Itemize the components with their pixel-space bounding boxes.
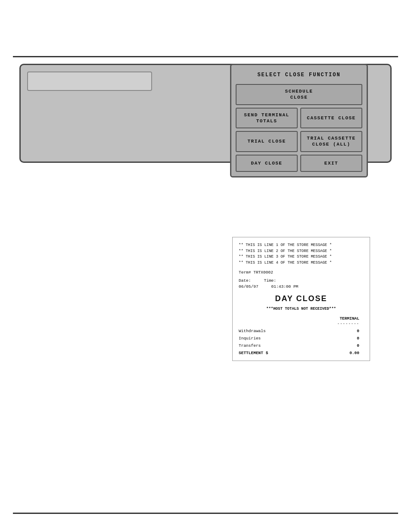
date-time-label-row: Date: Time: xyxy=(239,278,364,283)
term-value: TRTX0002 xyxy=(253,270,273,275)
store-msg-2: ** THIS IS LINE 2 OF THE STORE MESSAGE * xyxy=(239,249,364,255)
transfers-row: Transfers 0 xyxy=(239,343,364,348)
send-terminal-totals-button[interactable]: SEND TERMINALTOTALS xyxy=(236,108,298,129)
store-msg-3: ** THIS IS LINE 3 OF THE STORE MESSAGE * xyxy=(239,254,364,260)
transfers-label: Transfers xyxy=(239,343,261,348)
store-msg-1: ** THIS IS LINE 1 OF THE STORE MESSAGE * xyxy=(239,243,364,249)
term-label: Term# xyxy=(239,270,251,275)
inquiries-label: Inquiries xyxy=(239,336,261,341)
time-label: Time: xyxy=(264,278,277,283)
exit-button[interactable]: EXIT xyxy=(300,155,362,172)
host-msg: ***HOST TOTALS NOT RECEIVED*** xyxy=(239,307,364,311)
schedule-close-row: SCHEDULECLOSE xyxy=(236,84,362,105)
date-time-value-row: 06/05/97 01:43:00 PM xyxy=(239,284,364,289)
bottom-rule xyxy=(13,513,398,514)
date-value: 06/05/97 xyxy=(239,284,258,289)
trial-cassette-close-button[interactable]: TRIAL CASSETTECLOSE (ALL) xyxy=(300,131,362,152)
transfers-value: 0 xyxy=(357,343,359,348)
cassette-close-button[interactable]: CASSETTE CLOSE xyxy=(300,108,362,129)
receipt-title: DAY CLOSE xyxy=(239,294,364,303)
withdrawals-row: Withdrawals 0 xyxy=(239,329,364,333)
withdrawals-value: 0 xyxy=(357,329,359,333)
store-msg-4: ** THIS IS LINE 4 OF THE STORE MESSAGE * xyxy=(239,260,364,266)
settlement-row: SETTLEMENT $ 0.00 xyxy=(239,351,364,355)
row-3: TRIAL CLOSE TRIAL CASSETTECLOSE (ALL) xyxy=(236,131,362,152)
settlement-label: SETTLEMENT $ xyxy=(239,351,268,355)
schedule-close-button[interactable]: SCHEDULECLOSE xyxy=(236,84,362,105)
panel-title: SELECT CLOSE FUNCTION xyxy=(236,69,362,81)
inquiries-value: 0 xyxy=(357,336,359,341)
top-rule xyxy=(13,56,398,57)
row-2: SEND TERMINALTOTALS CASSETTE CLOSE xyxy=(236,108,362,129)
trial-close-button[interactable]: TRIAL CLOSE xyxy=(236,131,298,152)
receipt: ** THIS IS LINE 1 OF THE STORE MESSAGE *… xyxy=(232,237,370,361)
settlement-value: 0.00 xyxy=(349,351,359,355)
dialog-header-bar xyxy=(27,72,152,91)
date-label: Date: xyxy=(239,278,251,283)
column-dashes: -------- xyxy=(239,322,364,326)
time-value: 01:43:00 PM xyxy=(271,284,299,289)
close-function-panel: SELECT CLOSE FUNCTION SCHEDULECLOSE SEND… xyxy=(230,64,368,177)
withdrawals-label: Withdrawals xyxy=(239,329,266,333)
terminal-line: Term# TRTX0002 xyxy=(239,270,364,275)
row-4: DAY CLOSE EXIT xyxy=(236,155,362,172)
store-messages: ** THIS IS LINE 1 OF THE STORE MESSAGE *… xyxy=(239,243,364,266)
day-close-button[interactable]: DAY CLOSE xyxy=(236,155,298,172)
column-header: TERMINAL xyxy=(239,316,364,321)
inquiries-row: Inquiries 0 xyxy=(239,336,364,341)
